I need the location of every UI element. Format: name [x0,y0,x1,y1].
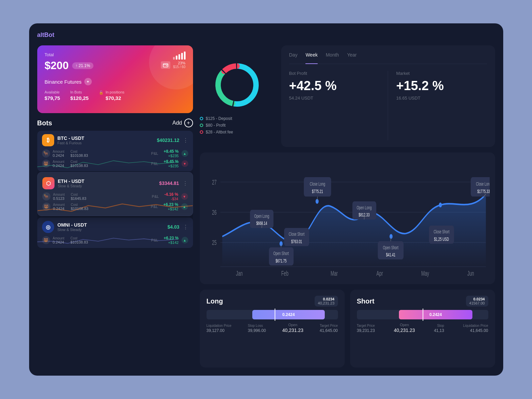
svg-text:$41.41: $41.41 [386,252,395,258]
market-sub: 16.65 USDT [396,96,487,101]
short-open-value: 40,231.23 [394,328,415,333]
eth-header: ⬡ ETH - USDT Slow & Steady $3344.81 ⋮ [42,177,188,189]
in-positions-item: 🔓 In positions $70,32 [99,90,125,101]
total-value: $200 [45,59,69,72]
omni-rows: 🐻 Amount 0.2424 Cost $10108.83 [42,236,188,245]
pay-row: 23% $15 / 60 [161,51,186,69]
long-liquidation: Liquidation Price 39,127.00 [207,324,232,333]
bull-icon-eth-1: 🐂 [42,192,50,201]
legend-profit: $80 - Profit [200,123,274,128]
svg-text:Close Short: Close Short [289,231,304,237]
eth-strategy: Slow & Steady [58,184,85,188]
fee-dot [200,130,203,134]
app-container: altBot [29,23,503,376]
logo-accent: Bot [44,31,55,38]
btc-header: ₿ BTC - USDT Fast & Furious $40231.12 ⋮ [42,134,188,146]
short-title: Short [357,297,375,305]
market-label: Market [396,71,487,76]
long-header: Long 0.0234 40,231.23 [207,296,338,307]
svg-text:Jan: Jan [236,270,242,277]
long-bar-label: 0.2424 [282,312,295,317]
lock-icon: 🔓 [99,90,104,95]
in-positions-value: $70,32 [106,95,125,101]
short-target-label: Target Price [357,324,375,328]
arrow-down-1: ▼ [182,160,188,167]
btc-icon-name: ₿ BTC - USDT Fast & Furious [42,134,84,146]
svg-text:$763.01: $763.01 [291,239,302,245]
eth-menu[interactable]: ⋮ [183,180,188,187]
bots-header: Bots Add + [37,119,193,127]
deposit-dot [200,117,203,120]
legend-deposit: $125 - Deposit [200,116,274,121]
btc-price: $40231.12 [157,138,179,143]
add-label: Add [172,120,182,126]
omni-price: $4.03 [167,224,179,230]
svg-text:Open Long: Open Long [254,213,269,219]
omni-menu[interactable]: ⋮ [183,224,188,230]
btc-strategy: Fast & Furious [58,141,84,145]
add-circle-icon: + [184,119,193,127]
long-title: Long [207,297,223,305]
short-open-label: Open [394,323,415,327]
binance-icon: ✦ [84,78,92,85]
svg-text:Jun: Jun [467,270,474,277]
svg-text:Open Long: Open Long [357,205,371,211]
in-positions-label: In positions [106,90,125,94]
short-tag-bottom: 41567.00 [469,301,485,305]
tab-day[interactable]: Day [289,52,298,60]
omni-pair: OMNI - USDT [58,222,87,228]
add-bot-button[interactable]: Add + [172,119,193,127]
bot-profit-label: Bot Profit [289,71,380,76]
eth-icon: ⬡ [42,177,55,189]
short-target-value: 39,231.23 [357,328,375,333]
donut-chart [210,58,264,112]
arrow-up-eth2: ▲ [181,203,188,210]
left-panel: 23% $15 / 60 Total $200 ↑ 21.1% Binance … [37,45,193,368]
short-tag: 0.0234 41567.00 [466,296,488,307]
svg-text:26: 26 [212,209,216,216]
tab-week[interactable]: Week [305,52,318,60]
bot-card-omni: ◎ OMNI - USDT Slow & Steady $4.03 ⋮ [37,217,193,248]
long-tag-bottom: 40,231.23 [318,301,335,305]
main-layout: 23% $15 / 60 Total $200 ↑ 21.1% Binance … [37,45,495,368]
svg-text:25: 25 [212,239,216,246]
app-logo: altBot [37,31,495,39]
btc-row-1: 🐂 Amount 0.2424 Cost $10108.83 [42,149,188,158]
svg-text:Feb: Feb [281,270,288,277]
omni-strategy: Slow & Steady [58,228,87,232]
svg-text:Close Long: Close Long [310,181,325,187]
bot-profit-col: Bot Profit +42.5 % 54.24 USDT [289,71,388,140]
svg-point-22 [439,203,442,207]
short-liq-value: 41,645.00 [463,328,488,333]
btc-row-2: 🐻 Amount 0.2424 Cost $10108.83 [42,159,188,168]
svg-text:$1,25 USD: $1,25 USD [434,236,449,242]
short-stop-liq: Stop 41,13 [434,324,444,333]
tab-year[interactable]: Year [347,52,357,60]
short-tag-top: 0.0234 [473,297,485,301]
deposit-label: $125 - Deposit [206,116,232,121]
tab-month[interactable]: Month [326,52,339,60]
right-top: $125 - Deposit $80 - Profit $28 - Altbot… [200,45,495,147]
positions-row: Long 0.0234 40,231.23 0.2424 [200,290,495,368]
bar3 [178,54,180,60]
available-item: Available $79,75 [45,90,60,101]
short-bar-fill: 0.2424 [399,310,472,319]
donut-legend: $125 - Deposit $80 - Profit $28 - Altbot… [200,116,274,134]
short-open: Open 40,231.23 [394,323,415,333]
long-bar-wrap: 0.2424 [207,310,338,319]
bot-card-eth: ⬡ ETH - USDT Slow & Steady $3344.81 ⋮ [37,172,193,216]
btc-menu[interactable]: ⋮ [183,137,188,144]
btc-icon: ₿ [42,134,54,146]
long-position-card: Long 0.0234 40,231.23 0.2424 [200,290,345,368]
pay-bars: 23% $15 / 60 [173,51,186,69]
arrow-up-1: ▲ [182,150,188,157]
bar2 [176,56,177,60]
svg-text:Close Short: Close Short [433,229,449,235]
profit-label: $80 - Profit [206,123,226,128]
long-tag: 0.0234 40,231.23 [315,296,338,307]
long-bar-bg: 0.2424 [207,310,338,319]
btc-rows: 🐂 Amount 0.2424 Cost $10108.83 [42,149,188,168]
omni-row-1: 🐻 Amount 0.2424 Cost $10108.83 [42,236,188,245]
bar4 [181,53,183,60]
long-indicator [275,309,275,321]
